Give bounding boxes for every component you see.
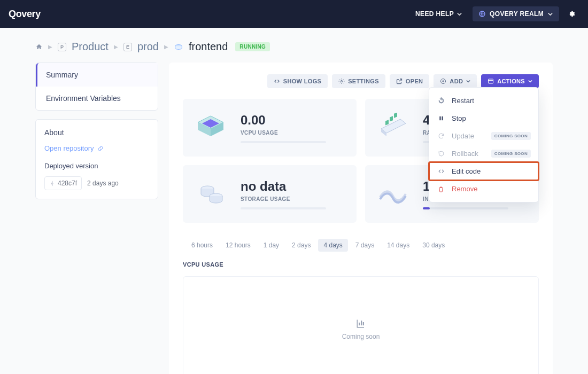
dropdown-restart[interactable]: Restart [429, 92, 538, 110]
actions-label: ACTIONS [497, 78, 525, 84]
actions-dropdown: Restart Stop Update COMING SOON Rollback… [429, 87, 539, 202]
svg-rect-13 [385, 120, 389, 125]
deployed-ago: 2 days ago [87, 180, 119, 187]
logo: Qovery [9, 9, 41, 20]
dropdown-stop[interactable]: Stop [429, 110, 538, 127]
svg-rect-14 [390, 116, 393, 121]
deployed-version-label: Deployed version [44, 162, 149, 170]
svg-rect-7 [442, 116, 443, 120]
realm-picker[interactable]: QOVERY REALM [473, 6, 559, 21]
add-button[interactable]: ADD [434, 74, 477, 88]
breadcrumb-service[interactable]: frontend [189, 41, 228, 53]
svg-point-3 [341, 81, 343, 82]
svg-rect-15 [394, 113, 397, 118]
open-label: OPEN [406, 78, 423, 84]
range-option[interactable]: 14 days [382, 239, 415, 252]
svg-rect-6 [439, 116, 440, 120]
tile-inst-bar [423, 207, 508, 209]
gear-icon [568, 10, 575, 18]
side-nav: Summary Environment Variables [35, 63, 158, 111]
tile-vcpu-label: VCPU USAGE [241, 130, 345, 136]
dropdown-stop-label: Stop [452, 114, 466, 122]
home-icon[interactable] [35, 43, 43, 51]
svg-rect-5 [489, 79, 493, 83]
caret-icon: ▶ [114, 44, 118, 50]
content: Summary Environment Variables About Open… [0, 63, 588, 374]
time-range: 6 hours12 hours1 day2 days4 days7 days14… [186, 239, 539, 252]
instance-icon [376, 179, 410, 209]
chevron-down-icon [548, 12, 553, 17]
settings-button[interactable]: SETTINGS [332, 74, 385, 88]
range-option[interactable]: 2 days [287, 239, 316, 252]
realm-label: QOVERY REALM [490, 10, 544, 18]
sidenav-summary[interactable]: Summary [36, 63, 158, 87]
env-chip: E [123, 43, 132, 51]
coming-soon-label: Coming soon [342, 333, 380, 340]
about-title: About [44, 128, 149, 137]
caret-icon: ▶ [164, 44, 168, 50]
range-option[interactable]: 1 day [258, 239, 284, 252]
dropdown-remove-label: Remove [452, 185, 477, 193]
storage-icon [194, 179, 228, 209]
dropdown-edit-code-label: Edit code [452, 167, 481, 175]
need-help-label: NEED HELP [415, 10, 454, 18]
dropdown-remove[interactable]: Remove [429, 180, 538, 198]
range-option[interactable]: 4 days [318, 239, 347, 252]
link-icon [97, 145, 104, 152]
chart-panel: Coming soon [183, 276, 539, 374]
chevron-down-icon [457, 12, 462, 17]
range-option[interactable]: 7 days [350, 239, 380, 252]
toolbar: SHOW LOGS SETTINGS OPEN ADD ACTIO [183, 74, 539, 88]
range-option[interactable]: 12 hours [220, 239, 256, 252]
topbar: Qovery NEED HELP QOVERY REALM [0, 0, 588, 28]
tile-storage: no data STORAGE USAGE [183, 165, 357, 223]
dropdown-restart-label: Restart [452, 97, 474, 105]
dropdown-edit-code[interactable]: Edit code [429, 162, 538, 180]
code-icon [437, 168, 445, 175]
section-title: VCPU USAGE [183, 261, 539, 268]
tile-vcpu: 0.00 VCPU USAGE [183, 99, 357, 157]
open-repository-label: Open repository [44, 144, 94, 152]
service-icon [174, 42, 183, 52]
tile-vcpu-value: 0.00 [241, 113, 345, 128]
coming-soon-badge: COMING SOON [491, 132, 531, 140]
code-icon [274, 78, 280, 84]
project-chip: P [58, 43, 66, 51]
sidenav-envvars[interactable]: Environment Variables [36, 87, 158, 110]
coming-soon-badge: COMING SOON [491, 150, 531, 158]
pause-icon [437, 115, 445, 121]
realm-icon [479, 11, 485, 17]
chart-icon [356, 319, 366, 329]
svg-point-2 [51, 183, 53, 184]
dropdown-rollback: Rollback COMING SOON [429, 145, 538, 162]
show-logs-button[interactable]: SHOW LOGS [267, 74, 328, 88]
breadcrumb-project[interactable]: Product [72, 41, 109, 53]
tile-vcpu-bar [241, 141, 326, 143]
show-logs-label: SHOW LOGS [283, 78, 321, 84]
open-button[interactable]: OPEN [390, 74, 430, 88]
chevron-down-icon [528, 79, 532, 83]
about-card: About Open repository Deployed version 4… [35, 119, 158, 199]
dropdown-update: Update COMING SOON [429, 127, 538, 145]
settings-gear-button[interactable] [563, 6, 579, 22]
external-link-icon [396, 78, 403, 84]
rollback-icon [437, 150, 445, 157]
main-column: SHOW LOGS SETTINGS OPEN ADD ACTIO [169, 63, 553, 374]
trash-icon [437, 186, 445, 192]
range-option[interactable]: 6 hours [186, 239, 218, 252]
commit-hash: 428c7f [58, 180, 77, 187]
side-column: Summary Environment Variables About Open… [35, 63, 158, 374]
tile-storage-bar [241, 207, 326, 209]
breadcrumb-env[interactable]: prod [137, 41, 159, 53]
svg-marker-12 [381, 119, 406, 133]
open-repository-link[interactable]: Open repository [44, 144, 149, 152]
status-badge: RUNNING [235, 42, 270, 51]
chevron-down-icon [466, 79, 470, 83]
range-option[interactable]: 30 days [417, 239, 450, 252]
actions-button[interactable]: ACTIONS [481, 74, 539, 88]
need-help-button[interactable]: NEED HELP [415, 10, 462, 18]
deployed-version-row: 428c7f 2 days ago [44, 176, 149, 190]
add-label: ADD [450, 78, 463, 84]
commit-chip[interactable]: 428c7f [44, 176, 82, 190]
cpu-icon [194, 113, 228, 143]
